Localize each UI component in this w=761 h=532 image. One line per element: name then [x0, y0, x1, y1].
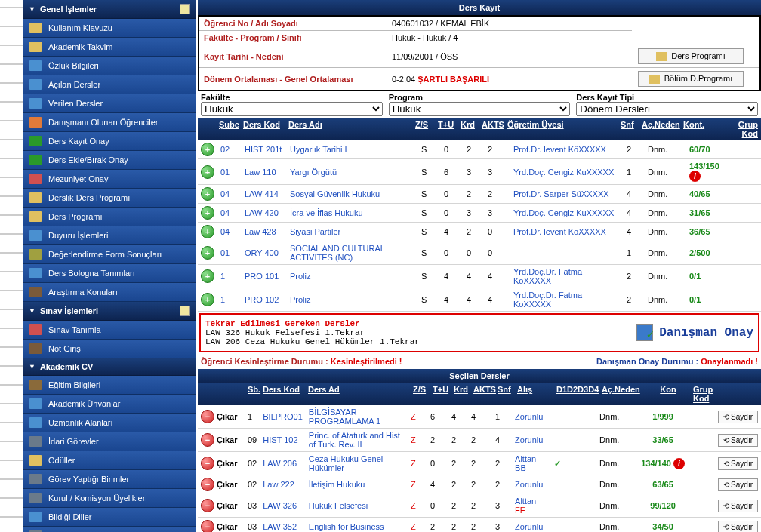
sidebar-item[interactable]: Akademik Ünvanlar — [23, 395, 196, 414]
course-code-link[interactable]: Law 428 — [242, 223, 287, 241]
sube-link[interactable]: 02 — [217, 140, 242, 159]
sidebar-item[interactable]: Kurul / Komisyon Üyelikleri — [23, 489, 196, 508]
add-course-button[interactable]: + — [201, 206, 214, 220]
saydir-button[interactable]: Saydır — [718, 500, 758, 512]
course-code-link[interactable]: Law 110 — [242, 159, 287, 185]
alis-link[interactable]: Zorunlu — [512, 405, 551, 429]
course-name-link[interactable]: Proliz — [287, 288, 418, 312]
course-code-link[interactable]: HIST 201t — [242, 140, 287, 159]
saydir-button[interactable]: Saydır — [718, 521, 758, 532]
course-name-link[interactable]: Sosyal Güvenlik Hukuku — [287, 185, 418, 204]
sidebar-section-general[interactable]: Genel İşlemler — [23, 0, 196, 19]
course-code-link[interactable]: LAW 206 — [260, 452, 306, 475]
instructor-link[interactable]: Prof.Dr. levent KöXXXXX — [510, 140, 624, 159]
alis-link[interactable]: Zorunlu — [512, 429, 551, 452]
instructor-link[interactable]: Yrd.Doç. Cengiz KuXXXXX — [510, 204, 624, 223]
add-course-button[interactable]: + — [201, 246, 214, 260]
faculty-filter-select[interactable]: Hukuk — [201, 102, 383, 116]
add-course-button[interactable]: + — [201, 187, 214, 201]
course-code-link[interactable]: Law 222 — [260, 475, 306, 494]
course-code-link[interactable]: LAW 420 — [242, 204, 287, 223]
sidebar-item[interactable]: Ders Programı — [23, 208, 196, 226]
course-code-link[interactable]: LAW 326 — [260, 494, 306, 518]
course-code-link[interactable]: LAW 352 — [260, 518, 306, 532]
saydir-button[interactable]: Saydır — [718, 411, 758, 423]
course-name-link[interactable]: İletişim Hukuku — [306, 475, 408, 494]
sidebar-item[interactable]: Değerlendirme Form Sonuçları — [23, 245, 196, 264]
add-course-button[interactable]: + — [201, 269, 214, 283]
sidebar-section-exam[interactable]: Sınav İşlemleri — [23, 302, 196, 321]
alis-link[interactable]: AlttanBB — [512, 452, 551, 475]
sube-link[interactable]: 04 — [217, 223, 242, 241]
instructor-link[interactable]: Prof.Dr. levent KöXXXXX — [510, 223, 624, 241]
remove-course-button[interactable]: −Çıkar — [201, 433, 238, 447]
instructor-link[interactable]: Yrd.Doç.Dr. Fatma KoXXXXX — [510, 288, 624, 312]
add-course-button[interactable]: + — [201, 225, 214, 238]
course-name-link[interactable]: Proliz — [287, 265, 418, 288]
saydir-button[interactable]: Saydır — [718, 478, 758, 491]
sidebar-item[interactable]: Ders Kayıt Onay — [23, 132, 196, 151]
add-course-button[interactable]: + — [201, 165, 214, 179]
sube-link[interactable]: 1 — [217, 288, 242, 312]
instructor-link[interactable]: Yrd.Doç. Cengiz KuXXXXX — [510, 159, 624, 185]
sidebar-item[interactable]: Bildiği Diller — [23, 508, 196, 527]
sidebar-item[interactable]: Açılan Dersler — [23, 75, 196, 94]
course-name-link[interactable]: Princ. of Ataturk and Hist of Turk. Rev.… — [306, 429, 408, 452]
instructor-link[interactable] — [510, 241, 624, 265]
course-name-link[interactable]: Hukuk Felsefesi — [306, 494, 408, 518]
remove-course-button[interactable]: −Çıkar — [201, 499, 238, 512]
sidebar-item[interactable]: Eğitim Bilgileri — [23, 376, 196, 395]
sidebar-item[interactable]: Mezuniyet Onay — [23, 170, 196, 189]
sube-link[interactable]: 01 — [217, 159, 242, 185]
sidebar-item[interactable]: Özlük Bilgileri — [23, 57, 196, 75]
sidebar-item[interactable]: Derslik Ders Programı — [23, 189, 196, 208]
sube-link[interactable]: 04 — [217, 185, 242, 204]
advisor-approve-button[interactable]: Danışman Onay — [636, 324, 753, 341]
course-code-link[interactable]: LAW 414 — [242, 185, 287, 204]
sidebar-item[interactable]: Ödüller — [23, 451, 196, 470]
saydir-button[interactable]: Saydır — [718, 434, 758, 447]
course-name-link[interactable]: Yargı Örgütü — [287, 159, 418, 185]
sidebar-item[interactable]: Danışmanı Olunan Öğrenciler — [23, 113, 196, 132]
remove-course-button[interactable]: −Çıkar — [201, 478, 238, 491]
sube-link[interactable]: 01 — [217, 241, 242, 265]
sidebar-item[interactable]: Ders Ekle/Bırak Onay — [23, 151, 196, 170]
sidebar-item[interactable]: Bil./Mes. Kuruluş Üyelikleri — [23, 527, 196, 532]
sidebar-item[interactable]: Kullanım Klavuzu — [23, 19, 196, 38]
course-schedule-button[interactable]: Ders Programı — [638, 48, 744, 64]
course-code-link[interactable]: BILPRO01 — [260, 405, 306, 429]
sidebar-item[interactable]: Verilen Dersler — [23, 94, 196, 113]
course-name-link[interactable]: Siyasi Partiler — [287, 223, 418, 241]
regtype-filter-select[interactable]: Dönem Dersleri — [576, 102, 758, 116]
sidebar-item[interactable]: Not Giriş — [23, 340, 196, 358]
alis-link[interactable]: Zorunlu — [512, 475, 551, 494]
course-code-link[interactable]: HIST 102 — [260, 429, 306, 452]
course-name-link[interactable]: Uygarlık Tarihi I — [287, 140, 418, 159]
course-code-link[interactable]: ORY 400 — [242, 241, 287, 265]
alis-link[interactable]: AlttanFF — [512, 494, 551, 518]
course-name-link[interactable]: Ceza Hukuku Genel Hükümler — [306, 452, 408, 475]
course-name-link[interactable]: BİLGİSAYAR PROGRAMLAMA 1 — [306, 405, 408, 429]
course-code-link[interactable]: PRO 102 — [242, 288, 287, 312]
add-course-button[interactable]: + — [201, 293, 214, 306]
sidebar-item[interactable]: Sınav Tanımla — [23, 321, 196, 340]
sidebar-item[interactable]: İdari Görevler — [23, 432, 196, 451]
sidebar-item[interactable]: Ders Bologna Tanımları — [23, 264, 196, 283]
course-name-link[interactable]: İcra ve İflas Hukuku — [287, 204, 418, 223]
sidebar-item[interactable]: Uzmanlık Alanları — [23, 414, 196, 432]
course-name-link[interactable]: English for Business — [306, 518, 408, 532]
program-filter-select[interactable]: Hukuk — [389, 102, 571, 116]
course-name-link[interactable]: SOCIAL AND CULTURAL ACTIVITES (NC) — [287, 241, 418, 265]
remove-course-button[interactable]: −Çıkar — [201, 457, 238, 470]
dept-schedule-button[interactable]: Bölüm D.Programı — [638, 71, 744, 87]
sube-link[interactable]: 04 — [217, 204, 242, 223]
sidebar-item[interactable]: Akademik Takvim — [23, 38, 196, 57]
sidebar-item[interactable]: Araştırma Konuları — [23, 283, 196, 302]
course-code-link[interactable]: PRO 101 — [242, 265, 287, 288]
instructor-link[interactable]: Yrd.Doç.Dr. Fatma KoXXXXX — [510, 265, 624, 288]
remove-course-button[interactable]: −Çıkar — [201, 410, 238, 423]
alis-link[interactable]: Zorunlu — [512, 518, 551, 532]
add-course-button[interactable]: + — [201, 143, 214, 156]
sube-link[interactable]: 1 — [217, 265, 242, 288]
sidebar-section-cv[interactable]: Akademik CV — [23, 358, 196, 376]
